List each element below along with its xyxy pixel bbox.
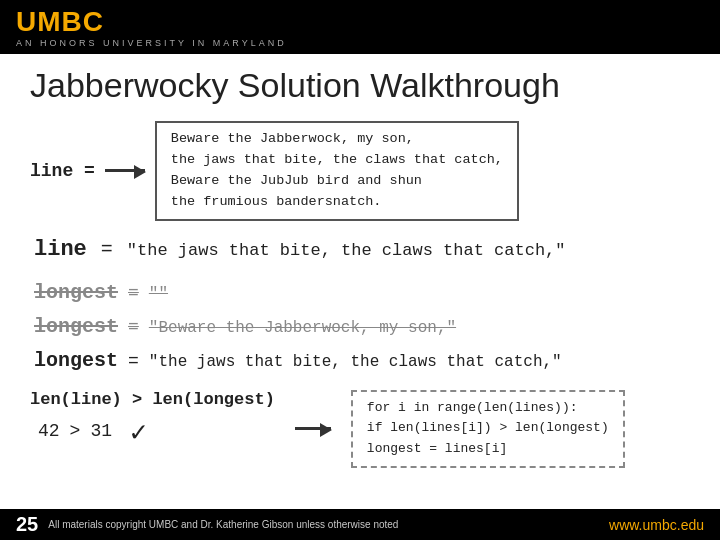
code-right-line-1: for i in range(len(lines)):: [367, 398, 609, 419]
longest-eq-1: =: [128, 278, 139, 309]
footer-url: www.umbc.edu: [609, 517, 704, 533]
longest-eq-3: =: [128, 346, 139, 377]
line-eq-row: line = Beware the Jabberwock, my son, th…: [30, 121, 690, 221]
longest-val-1: "": [149, 281, 168, 308]
page-number: 25: [16, 513, 38, 536]
longest-row-2: longest = "Beware the Jabberwock, my son…: [34, 310, 690, 344]
len-values: 42 > 31 ✓: [38, 413, 147, 449]
code-box: Beware the Jabberwock, my son, the jaws …: [155, 121, 519, 221]
len-num2: 31: [90, 421, 112, 441]
longest-name-1: longest: [34, 276, 118, 310]
longest-val-2: "Beware the Jabberwock, my son,": [149, 315, 456, 342]
code-line-3: Beware the JubJub bird and shun: [171, 171, 503, 192]
len-op: >: [70, 421, 81, 441]
main-content: Jabberwocky Solution Walkthrough line = …: [0, 54, 720, 468]
footer-note: All materials copyright UMBC and Dr. Kat…: [48, 519, 398, 530]
longest-rows: longest = "" longest = "Beware the Jabbe…: [34, 276, 690, 378]
line-label: line =: [30, 161, 95, 181]
code-line-1: Beware the Jabberwock, my son,: [171, 129, 503, 150]
longest-row-3: longest = "the jaws that bite, the claws…: [34, 344, 690, 378]
line-value-row: line = "the jaws that bite, the claws th…: [34, 237, 690, 262]
line-var-eq: =: [101, 238, 113, 261]
header: UMBC AN HONORS UNIVERSITY IN MARYLAND: [0, 0, 720, 54]
arrow-right-icon: [105, 169, 145, 172]
len-compare-label: len(line) > len(longest): [30, 390, 275, 409]
len-left: len(line) > len(longest) 42 > 31 ✓: [30, 390, 275, 449]
longest-val-3: "the jaws that bite, the claws that catc…: [149, 349, 562, 376]
code-right-line-3: longest = lines[i]: [367, 439, 609, 460]
longest-row-1: longest = "": [34, 276, 690, 310]
line-var-name: line: [34, 237, 87, 262]
code-line-2: the jaws that bite, the claws that catch…: [171, 150, 503, 171]
arrow-right2-icon: [295, 427, 331, 430]
code-right-box: for i in range(len(lines)): if len(lines…: [351, 390, 625, 468]
longest-name-2: longest: [34, 310, 118, 344]
umbc-subtitle: AN HONORS UNIVERSITY IN MARYLAND: [16, 38, 704, 48]
checkmark-icon: ✓: [130, 415, 147, 449]
len-section: len(line) > len(longest) 42 > 31 ✓ for i…: [30, 390, 690, 468]
len-num1: 42: [38, 421, 60, 441]
code-line-4: the frumious bandersnatch.: [171, 192, 503, 213]
longest-eq-2: =: [128, 312, 139, 343]
code-right-line-2: if len(lines[i]) > len(longest): [367, 418, 609, 439]
page-title: Jabberwocky Solution Walkthrough: [30, 66, 690, 105]
line-var-val: "the jaws that bite, the claws that catc…: [127, 241, 566, 260]
longest-name-3: longest: [34, 344, 118, 378]
umbc-logo: UMBC: [16, 8, 704, 36]
footer: 25 All materials copyright UMBC and Dr. …: [0, 509, 720, 540]
footer-left: 25 All materials copyright UMBC and Dr. …: [16, 513, 398, 536]
